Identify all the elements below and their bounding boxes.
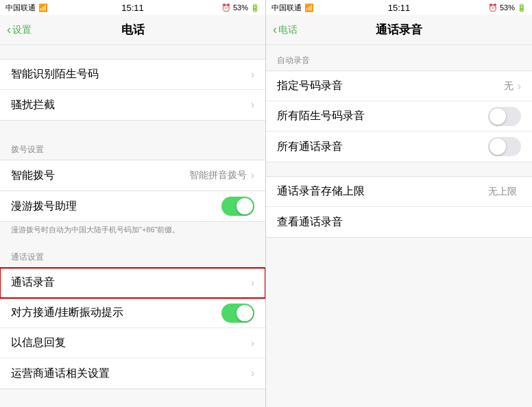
list-item[interactable]: 通话录音存储上限 无上限	[266, 177, 532, 207]
right-status-left: 中国联通 📶	[271, 3, 314, 13]
chevron-right-icon: ›	[251, 69, 254, 81]
left-carrier: 中国联通	[5, 3, 36, 13]
left-section-header-call: 通话设置	[0, 242, 265, 267]
roaming-toggle[interactable]	[221, 197, 254, 216]
list-item[interactable]: 指定号码录音 无 ›	[266, 71, 532, 101]
right-status-right: ⏰ 53% 🔋	[488, 3, 527, 12]
right-battery-text: 53%	[500, 3, 515, 12]
list-item[interactable]: 对方接通/挂断振动提示	[0, 298, 265, 328]
left-wifi-icon: 📶	[38, 3, 48, 12]
item-label-vibrate: 对方接通/挂断振动提示	[11, 306, 221, 320]
left-group-2: 智能拨号 智能拼音拨号 ›	[0, 160, 265, 191]
left-group-4: 通话录音 › 对方接通/挂断振动提示 以信息回复 › 运营商通话相关设置 ›	[0, 267, 265, 389]
right-back-label: 电话	[278, 24, 298, 36]
list-item[interactable]: 漫游拨号助理	[0, 191, 265, 221]
toggle-knob	[489, 108, 506, 125]
item-value-storage-limit: 无上限	[488, 186, 517, 198]
item-label-call-record: 通话录音	[11, 275, 251, 290]
all-record-toggle[interactable]	[488, 137, 521, 156]
left-group-3: 漫游拨号助理	[0, 191, 265, 222]
chevron-right-icon: ›	[251, 277, 254, 289]
list-item[interactable]: 智能拨号 智能拼音拨号 ›	[0, 160, 265, 190]
chevron-right-icon: ›	[518, 80, 521, 92]
item-label-message-reply: 以信息回复	[11, 336, 251, 350]
right-nav-bar: ‹ 电话 通话录音	[266, 15, 532, 45]
toggle-knob	[237, 198, 253, 214]
left-content: 智能识别陌生号码 › 骚扰拦截 › 拨号设置 智能拨号 智能拼音拨号 › 漫游拨…	[0, 45, 265, 407]
chevron-right-icon: ›	[251, 99, 254, 111]
item-value-smart-dial: 智能拼音拨号	[189, 169, 247, 182]
left-alarm-icon: ⏰	[221, 3, 231, 12]
toggle-knob	[237, 305, 253, 321]
left-time: 15:11	[121, 3, 144, 13]
right-section-header-auto: 自动录音	[266, 45, 532, 71]
right-back-button[interactable]: ‹ 电话	[273, 23, 298, 37]
item-label-block: 骚扰拦截	[11, 98, 251, 112]
left-phone-screen: 中国联通 📶 15:11 ⏰ 53% 🔋 ‹ 设置 电话 智能识别陌生号码 › …	[0, 0, 266, 407]
item-label-specific-number: 指定号码录音	[277, 79, 504, 93]
list-item[interactable]: 查看通话录音	[266, 207, 532, 237]
left-nav-bar: ‹ 设置 电话	[0, 15, 265, 45]
chevron-right-icon: ›	[251, 169, 254, 182]
item-label-carrier-settings: 运营商通话相关设置	[11, 367, 251, 381]
toggle-knob	[489, 138, 506, 155]
left-back-button[interactable]: ‹ 设置	[7, 23, 32, 37]
item-label-stranger-record: 所有陌生号码录音	[277, 109, 488, 123]
left-group-1: 智能识别陌生号码 › 骚扰拦截 ›	[0, 59, 265, 121]
list-item[interactable]: 所有陌生号码录音	[266, 101, 532, 132]
right-group-1: 指定号码录音 无 › 所有陌生号码录音 所有通话录音	[266, 71, 532, 162]
right-alarm-icon: ⏰	[488, 3, 498, 12]
left-status-bar: 中国联通 📶 15:11 ⏰ 53% 🔋	[0, 0, 265, 15]
right-time: 15:11	[388, 3, 411, 13]
list-item[interactable]: 运营商通话相关设置 ›	[0, 358, 265, 388]
right-wifi-icon: 📶	[304, 3, 314, 12]
item-label-roaming: 漫游拨号助理	[11, 199, 221, 214]
right-battery-icon: 🔋	[517, 3, 527, 12]
right-status-bar: 中国联通 📶 15:11 ⏰ 53% 🔋	[266, 0, 532, 15]
list-item[interactable]: 以信息回复 ›	[0, 328, 265, 358]
left-battery-text: 53%	[233, 3, 248, 12]
left-battery-icon: 🔋	[250, 3, 260, 12]
item-label-smart-dial: 智能拨号	[11, 169, 189, 183]
list-item[interactable]: 所有通话录音	[266, 132, 532, 162]
item-label-all-record: 所有通话录音	[277, 140, 488, 154]
item-value-specific-number: 无	[504, 80, 513, 92]
left-status-right: ⏰ 53% 🔋	[221, 3, 260, 12]
chevron-right-icon: ›	[251, 367, 254, 380]
list-item[interactable]: 智能识别陌生号码 ›	[0, 60, 265, 90]
left-section-header-dial: 拨号设置	[0, 134, 265, 160]
item-label-storage-limit: 通话录音存储上限	[277, 184, 488, 199]
right-back-chevron-icon: ‹	[273, 23, 277, 37]
item-label-smart-id: 智能识别陌生号码	[11, 67, 251, 82]
vibrate-toggle[interactable]	[221, 304, 254, 323]
left-back-chevron-icon: ‹	[7, 23, 11, 37]
chevron-right-icon: ›	[251, 337, 254, 349]
item-label-view-records: 查看通话录音	[277, 215, 521, 230]
left-back-label: 设置	[12, 24, 32, 36]
roaming-description: 漫游拨号时自动为中国大陆手机号码加"+86"前缀。	[0, 222, 265, 242]
right-carrier: 中国联通	[271, 3, 302, 13]
left-nav-title: 电话	[121, 22, 145, 38]
left-status-left: 中国联通 📶	[5, 3, 48, 13]
list-item[interactable]: 骚扰拦截 ›	[0, 90, 265, 120]
stranger-record-toggle[interactable]	[488, 107, 521, 126]
right-group-2: 通话录音存储上限 无上限 查看通话录音	[266, 176, 532, 238]
right-nav-title: 通话录音	[376, 22, 422, 38]
list-item-call-record[interactable]: 通话录音 ›	[0, 268, 265, 298]
right-phone-screen: 中国联通 📶 15:11 ⏰ 53% 🔋 ‹ 电话 通话录音 自动录音 指定号码…	[266, 0, 532, 407]
right-content: 自动录音 指定号码录音 无 › 所有陌生号码录音 所有通话录音	[266, 45, 532, 407]
